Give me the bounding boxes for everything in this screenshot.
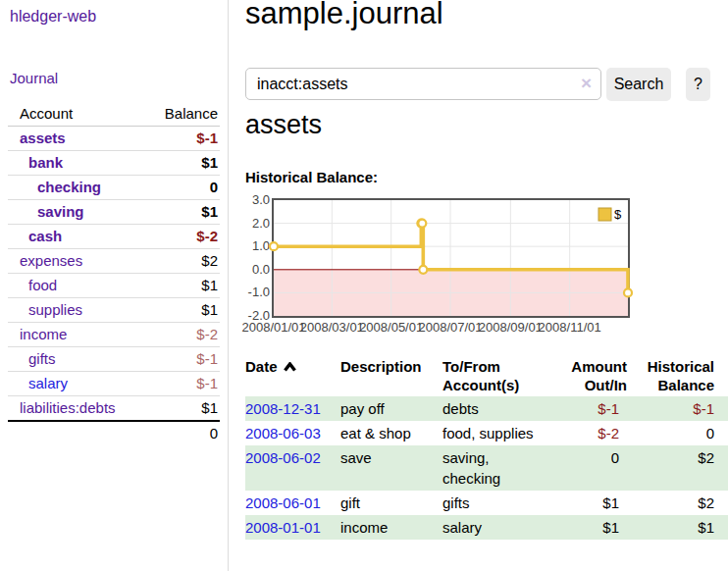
accounts-header-row: Account Balance (8, 102, 220, 127)
y-tick-label: 0.0 (245, 262, 270, 278)
y-tick-label: 1.0 (245, 238, 270, 254)
register-cell-balance: $2 (627, 491, 728, 515)
account-row: income$-2 (8, 323, 220, 347)
page-title: sample.journal (245, 0, 443, 31)
search-button[interactable]: Search (606, 68, 671, 101)
register-header-date[interactable]: Date (245, 355, 340, 396)
account-balance: $-1 (139, 127, 220, 151)
register-row[interactable]: 2008-06-01giftgifts$1$2 (245, 491, 728, 515)
transaction-date-link[interactable]: 2008-12-31 (245, 400, 321, 417)
register-cell-date: 2008-06-03 (245, 421, 340, 445)
register-table: Date Description To/From Account(s) Amou… (245, 355, 728, 540)
register-cell-date: 2008-06-01 (245, 491, 340, 515)
x-tick-label: 2008/07/01 (418, 320, 482, 335)
account-row: expenses$2 (8, 249, 220, 274)
register-cell-description: save (340, 445, 442, 491)
chart-plot-area: $ (272, 198, 630, 318)
account-row: checking0 (8, 176, 220, 200)
y-tick-label: 2.0 (245, 216, 270, 232)
x-tick-label: 2008/05/01 (359, 320, 423, 335)
register-header-accounts[interactable]: To/From Account(s) (442, 355, 548, 396)
register-cell-accounts: salary (442, 515, 548, 540)
account-row: gifts$-1 (8, 347, 220, 372)
register-cell-description: pay off (340, 396, 442, 421)
accounts-table: Account Balance assets$-1bank$1checking0… (8, 102, 220, 445)
nav-journal-link[interactable]: Journal (10, 70, 58, 86)
account-balance: $2 (139, 249, 220, 274)
register-cell-date: 2008-01-01 (245, 515, 340, 540)
y-tick-label: 3.0 (245, 192, 270, 208)
chart-title: Historical Balance: (245, 169, 378, 185)
x-tick-label: 2008/11/01 (539, 320, 601, 335)
sidebar-account-saving[interactable]: saving (37, 203, 84, 220)
accounts-total-value: 0 (139, 421, 220, 445)
account-balance: $-2 (139, 323, 220, 347)
register-cell-amount: $-2 (548, 421, 627, 445)
sidebar-account-gifts[interactable]: gifts (28, 350, 56, 367)
account-balance: $1 (139, 200, 220, 225)
register-cell-accounts: food, supplies (442, 421, 548, 445)
register-cell-description: eat & shop (340, 421, 442, 445)
clear-search-icon[interactable]: × (581, 73, 592, 94)
sidebar-account-assets[interactable]: assets (20, 130, 66, 146)
register-cell-amount: $1 (548, 515, 627, 540)
register-row[interactable]: 2008-01-01incomesalary$1$1 (245, 515, 728, 540)
accounts-total-spacer (8, 421, 139, 445)
transaction-date-link[interactable]: 2008-06-03 (245, 425, 321, 441)
sidebar-account-salary[interactable]: salary (28, 375, 68, 391)
accounts-header-account: Account (8, 102, 139, 127)
register-row[interactable]: 2008-12-31pay offdebts$-1$-1 (245, 396, 728, 421)
register-cell-balance: $2 (627, 445, 728, 491)
sidebar: hledger-web Journal Account Balance asse… (0, 0, 229, 571)
register-cell-accounts: gifts (442, 491, 548, 515)
register-cell-date: 2008-12-31 (245, 396, 340, 421)
sidebar-account-bank[interactable]: bank (28, 154, 63, 171)
register-header-balance[interactable]: Historical Balance (627, 355, 728, 396)
x-tick-label: 2008/03/01 (300, 320, 364, 335)
sidebar-account-cash[interactable]: cash (28, 228, 62, 244)
account-balance: $1 (139, 298, 220, 323)
sidebar-account-checking[interactable]: checking (37, 179, 101, 195)
register-cell-balance: $1 (627, 515, 728, 540)
register-header-row: Date Description To/From Account(s) Amou… (245, 355, 728, 396)
register-cell-description: gift (340, 491, 442, 515)
register-row[interactable]: 2008-06-03eat & shopfood, supplies$-20 (245, 421, 728, 445)
sidebar-account-food[interactable]: food (28, 277, 57, 293)
account-heading: assets (245, 110, 322, 140)
account-balance: $1 (139, 151, 220, 176)
account-row: cash$-2 (8, 225, 220, 249)
brand-link[interactable]: hledger-web (10, 8, 96, 26)
account-balance: $-1 (139, 372, 220, 396)
sidebar-account-income[interactable]: income (20, 326, 67, 342)
transaction-date-link[interactable]: 2008-01-01 (245, 519, 321, 536)
register-cell-date: 2008-06-02 (245, 445, 340, 491)
search-input[interactable] (245, 68, 601, 100)
register-cell-balance: $-1 (627, 396, 728, 421)
help-button[interactable]: ? (686, 68, 710, 101)
sort-asc-icon (284, 362, 296, 372)
register-cell-balance: 0 (627, 421, 728, 445)
sidebar-account-expenses[interactable]: expenses (20, 252, 82, 269)
register-row[interactable]: 2008-06-02savesaving, checking0$2 (245, 445, 728, 491)
register-cell-amount: $-1 (548, 396, 627, 421)
account-balance: $1 (139, 396, 220, 422)
account-row: saving$1 (8, 200, 220, 225)
sidebar-account-liabilities-debts[interactable]: liabilities:debts (20, 399, 116, 416)
sidebar-account-supplies[interactable]: supplies (28, 301, 82, 318)
account-balance: $-1 (139, 347, 220, 372)
account-balance: $-2 (139, 225, 220, 249)
account-row: food$1 (8, 274, 220, 298)
y-tick-label: -1.0 (245, 285, 270, 300)
accounts-total-row: 0 (8, 421, 220, 445)
account-row: salary$-1 (8, 372, 220, 396)
register-cell-description: income (340, 515, 442, 540)
transaction-date-link[interactable]: 2008-06-01 (245, 494, 321, 511)
register-header-amount[interactable]: Amount Out/In (548, 355, 627, 396)
transaction-date-link[interactable]: 2008-06-02 (245, 449, 321, 466)
account-balance: $1 (139, 274, 220, 298)
x-tick-label: 2008/01/01 (241, 320, 305, 335)
register-header-description[interactable]: Description (340, 355, 442, 396)
register-cell-accounts: saving, checking (442, 445, 548, 491)
svg-text:$: $ (614, 207, 622, 222)
balance-chart: 3.02.01.00.0-1.0-2.0 $ 2008/01/012008/03… (245, 198, 728, 337)
